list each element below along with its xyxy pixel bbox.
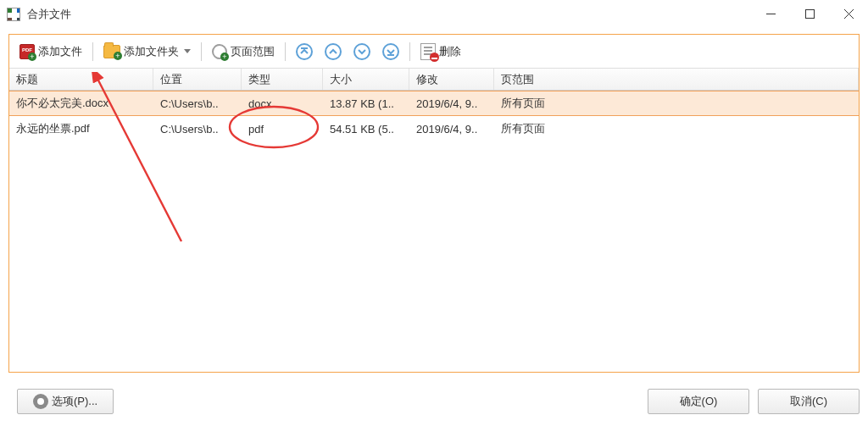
toolbar-separator xyxy=(201,42,202,61)
column-headers: 标题 位置 类型 大小 修改 页范围 xyxy=(9,69,859,91)
move-bottom-icon xyxy=(382,43,399,60)
move-bottom-button[interactable] xyxy=(377,40,404,64)
cell-title: 永远的坐票.pdf xyxy=(9,121,153,136)
cell-type: docx xyxy=(242,97,323,110)
dropdown-caret-icon xyxy=(184,49,191,53)
move-up-button[interactable] xyxy=(320,40,347,64)
col-header-title[interactable]: 标题 xyxy=(9,69,153,90)
col-header-size[interactable]: 大小 xyxy=(323,69,409,90)
move-top-button[interactable] xyxy=(291,40,318,64)
move-down-button[interactable] xyxy=(348,40,376,64)
add-file-label: 添加文件 xyxy=(38,44,82,59)
titlebar: 合并文件 xyxy=(0,0,868,29)
delete-button[interactable]: 删除 xyxy=(415,40,466,64)
file-list: 你不必太完美.docx C:\Users\b.. docx 13.87 KB (… xyxy=(9,91,859,372)
maximize-button[interactable] xyxy=(790,2,829,27)
cell-modified: 2019/6/4, 9.. xyxy=(409,123,494,136)
add-file-button[interactable]: 添加文件 xyxy=(14,40,87,64)
close-button[interactable] xyxy=(829,2,868,27)
gear-icon xyxy=(33,394,48,409)
ok-button[interactable]: 确定(O) xyxy=(648,389,749,414)
window-controls xyxy=(751,2,868,27)
delete-icon xyxy=(420,43,436,60)
page-range-label: 页面范围 xyxy=(231,44,275,59)
move-top-icon xyxy=(296,43,313,60)
add-folder-icon xyxy=(103,45,120,58)
add-file-icon xyxy=(19,44,35,59)
toolbar-separator xyxy=(92,42,93,61)
window-title: 合并文件 xyxy=(27,7,71,22)
toolbar: 添加文件 添加文件夹 页面范围 xyxy=(9,35,859,69)
cell-modified: 2019/6/4, 9.. xyxy=(409,97,494,110)
cell-size: 13.87 KB (1.. xyxy=(323,97,409,110)
move-up-icon xyxy=(325,43,342,60)
svg-rect-1 xyxy=(805,10,814,19)
minimize-button[interactable] xyxy=(751,2,790,27)
col-header-location[interactable]: 位置 xyxy=(153,69,242,90)
footer: 选项(P)... 确定(O) 取消(C) xyxy=(8,389,860,414)
cancel-label: 取消(C) xyxy=(790,394,827,409)
file-row[interactable]: 你不必太完美.docx C:\Users\b.. docx 13.87 KB (… xyxy=(9,91,859,116)
col-header-modified[interactable]: 修改 xyxy=(409,69,494,90)
toolbar-separator xyxy=(409,42,410,61)
toolbar-separator xyxy=(285,42,286,61)
add-folder-button[interactable]: 添加文件夹 xyxy=(98,40,196,64)
cell-title: 你不必太完美.docx xyxy=(9,96,153,111)
col-header-page-range[interactable]: 页范围 xyxy=(494,69,859,90)
delete-label: 删除 xyxy=(439,44,461,59)
file-row[interactable]: 永远的坐票.pdf C:\Users\b.. pdf 54.51 KB (5..… xyxy=(9,116,859,141)
col-header-type[interactable]: 类型 xyxy=(242,69,323,90)
cell-page-range: 所有页面 xyxy=(494,121,859,136)
main-panel: 添加文件 添加文件夹 页面范围 xyxy=(8,34,860,373)
add-folder-label: 添加文件夹 xyxy=(124,44,179,59)
page-range-button[interactable]: 页面范围 xyxy=(207,40,280,64)
cell-location: C:\Users\b.. xyxy=(153,97,242,110)
app-icon xyxy=(7,8,20,21)
cell-page-range: 所有页面 xyxy=(494,96,859,111)
ok-label: 确定(O) xyxy=(680,394,718,409)
cell-type: pdf xyxy=(242,123,323,136)
cancel-button[interactable]: 取消(C) xyxy=(758,389,860,414)
page-range-icon xyxy=(212,44,227,59)
cell-size: 54.51 KB (5.. xyxy=(323,123,409,136)
options-button[interactable]: 选项(P)... xyxy=(17,389,114,414)
move-down-icon xyxy=(353,43,370,60)
cell-location: C:\Users\b.. xyxy=(153,123,242,136)
options-label: 选项(P)... xyxy=(52,394,97,409)
